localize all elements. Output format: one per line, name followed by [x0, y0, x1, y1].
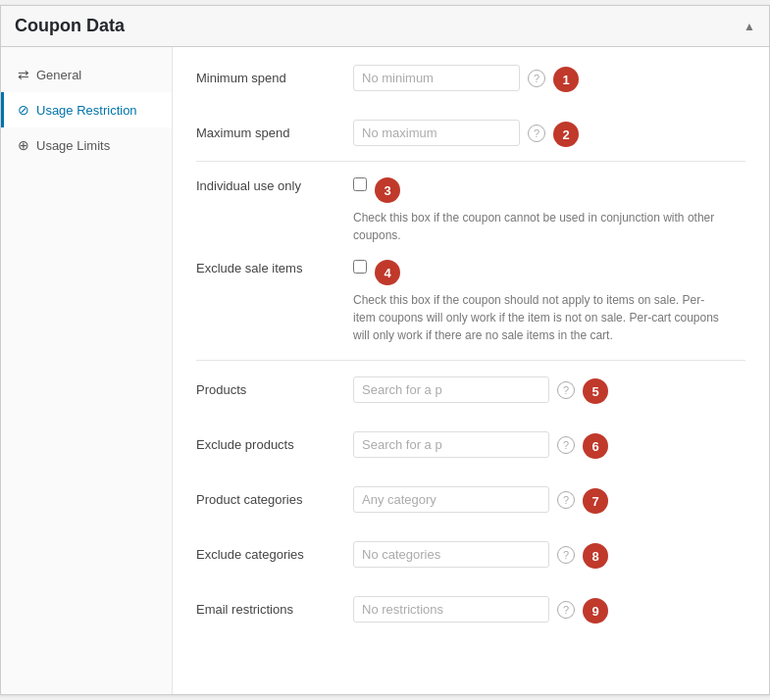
exclude-categories-row: Exclude categories ? 8	[196, 541, 745, 582]
email-restrictions-badge: 9	[583, 598, 608, 624]
sidebar-label-usage-restriction: Usage Restriction	[36, 103, 137, 118]
minimum-spend-label: Minimum spend	[196, 65, 353, 85]
exclude-sale-items-label: Exclude sale items	[196, 258, 353, 275]
sidebar-label-general: General	[36, 68, 81, 82]
usage-restriction-icon: ⊘	[18, 102, 29, 118]
maximum-spend-input[interactable]	[353, 120, 520, 146]
product-categories-row: Product categories ? 7	[196, 486, 745, 527]
exclude-sale-items-checkbox[interactable]	[353, 260, 367, 274]
collapse-icon: ▲	[744, 20, 755, 33]
individual-use-help-text: Check this box if the coupon cannot be u…	[353, 209, 726, 244]
email-restrictions-input[interactable]	[353, 596, 549, 623]
general-icon: ⇄	[18, 67, 29, 82]
maximum-spend-badge: 2	[553, 122, 579, 147]
exclude-categories-help-icon[interactable]: ?	[557, 546, 575, 564]
maximum-spend-help-icon[interactable]: ?	[528, 125, 545, 142]
email-restrictions-field: ? 9	[353, 596, 745, 624]
exclude-products-row: Exclude products ? 6	[196, 431, 745, 473]
exclude-sale-items-help-text: Check this box if the coupon should not …	[353, 291, 726, 344]
exclude-sale-items-row: Exclude sale items 4 Check this box if t…	[196, 258, 745, 361]
exclude-sale-items-badge: 4	[375, 260, 400, 285]
product-categories-input[interactable]	[353, 486, 549, 513]
products-help-icon[interactable]: ?	[557, 381, 575, 399]
sidebar-label-usage-limits: Usage Limits	[36, 138, 110, 153]
product-categories-label: Product categories	[196, 486, 353, 507]
panel-header: Coupon Data ▲	[1, 6, 769, 47]
email-restrictions-label: Email restrictions	[196, 596, 353, 617]
minimum-spend-badge: 1	[553, 67, 579, 92]
product-categories-help-icon[interactable]: ?	[557, 491, 575, 509]
products-field: ? 5	[353, 376, 745, 404]
exclude-categories-badge: 8	[583, 543, 608, 569]
individual-use-controls: 3	[353, 175, 745, 203]
panel-collapse-button[interactable]: ▲	[744, 20, 755, 33]
products-badge: 5	[583, 378, 608, 404]
usage-limits-icon: ⊕	[18, 137, 29, 153]
exclude-products-badge: 6	[583, 433, 608, 459]
main-content: Minimum spend ? 1 Maximum spend ? 2 Indi…	[173, 47, 769, 694]
maximum-spend-field: ? 2	[353, 120, 745, 147]
individual-use-field: 3 Check this box if the coupon cannot be…	[353, 175, 745, 244]
product-categories-field: ? 7	[353, 486, 745, 514]
products-row: Products ? 5	[196, 376, 745, 418]
panel-body: ⇄ General ⊘ Usage Restriction ⊕ Usage Li…	[1, 47, 769, 694]
individual-use-row: Individual use only 3 Check this box if …	[196, 175, 745, 244]
maximum-spend-label: Maximum spend	[196, 120, 353, 140]
exclude-products-label: Exclude products	[196, 431, 353, 452]
individual-use-badge: 3	[375, 177, 400, 203]
exclude-categories-input[interactable]	[353, 541, 549, 568]
minimum-spend-row: Minimum spend ? 1	[196, 65, 745, 106]
sidebar-item-usage-limits[interactable]: ⊕ Usage Limits	[1, 127, 172, 163]
exclude-categories-field: ? 8	[353, 541, 745, 569]
exclude-products-field: ? 6	[353, 431, 745, 459]
maximum-spend-row: Maximum spend ? 2	[196, 120, 745, 162]
exclude-sale-items-controls: 4	[353, 258, 745, 285]
product-categories-badge: 7	[583, 488, 608, 514]
sidebar-item-general[interactable]: ⇄ General	[1, 57, 172, 92]
exclude-categories-label: Exclude categories	[196, 541, 353, 562]
coupon-data-panel: Coupon Data ▲ ⇄ General ⊘ Usage Restrict…	[0, 5, 770, 695]
sidebar: ⇄ General ⊘ Usage Restriction ⊕ Usage Li…	[1, 47, 173, 694]
minimum-spend-field: ? 1	[353, 65, 745, 92]
exclude-products-input[interactable]	[353, 431, 549, 458]
email-restrictions-row: Email restrictions ? 9	[196, 596, 745, 637]
individual-use-checkbox[interactable]	[353, 177, 367, 191]
minimum-spend-help-icon[interactable]: ?	[528, 70, 545, 87]
exclude-products-help-icon[interactable]: ?	[557, 436, 575, 454]
products-label: Products	[196, 376, 353, 397]
products-input[interactable]	[353, 376, 549, 403]
individual-use-label: Individual use only	[196, 175, 353, 193]
panel-title: Coupon Data	[15, 16, 125, 36]
email-restrictions-help-icon[interactable]: ?	[557, 601, 575, 619]
minimum-spend-input[interactable]	[353, 65, 520, 91]
exclude-sale-items-field: 4 Check this box if the coupon should no…	[353, 258, 745, 344]
sidebar-item-usage-restriction[interactable]: ⊘ Usage Restriction	[1, 92, 172, 127]
